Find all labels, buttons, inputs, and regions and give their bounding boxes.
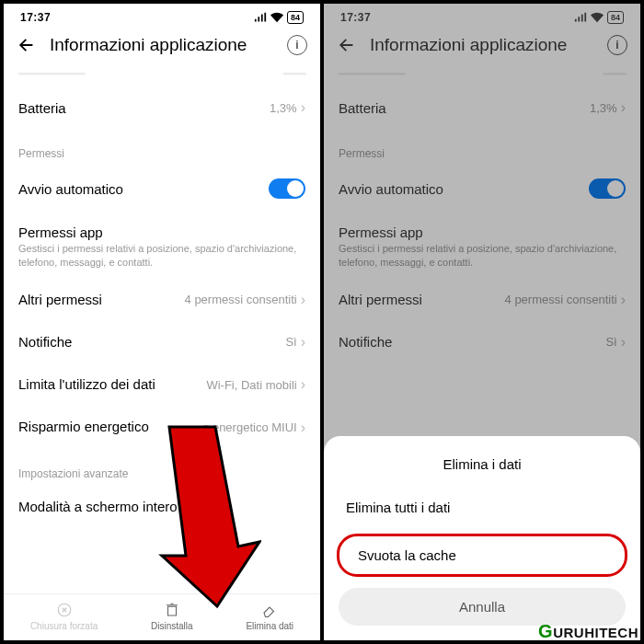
- risparmio-value: o energetico MIUI›: [202, 420, 305, 436]
- battery-row[interactable]: Batteria 1,3%›: [18, 86, 305, 129]
- notifiche-value: Sì›: [285, 334, 305, 351]
- autostart-row[interactable]: Avvio automatico: [18, 166, 305, 212]
- battery-label: Batteria: [18, 100, 66, 116]
- eraser-icon: [261, 602, 278, 618]
- schermo-row[interactable]: Modalità a schermo intero: [18, 486, 305, 527]
- close-circle-icon: [56, 602, 73, 618]
- risparmio-row[interactable]: Risparmio energetico o energetico MIUI›: [18, 406, 305, 449]
- permessi-section: Permessi: [18, 129, 305, 166]
- info-icon[interactable]: i: [287, 35, 307, 55]
- bottom-bar: Chiusura forzata Disinstalla Elimina dat…: [4, 593, 320, 640]
- autostart-label: Avvio automatico: [18, 181, 123, 197]
- risparmio-label: Risparmio energetico: [18, 419, 149, 436]
- force-close-button: Chiusura forzata: [30, 602, 98, 631]
- limita-row[interactable]: Limita l'utilizzo dei dati Wi-Fi, Dati m…: [18, 363, 305, 407]
- autostart-toggle[interactable]: [269, 178, 305, 199]
- uninstall-button[interactable]: Disinstalla: [151, 602, 193, 631]
- cutoff-row: ━━━━━━━━━━━━: [18, 66, 305, 86]
- altri-value: 4 permessi consentiti›: [185, 292, 305, 308]
- wifi-icon: [270, 12, 283, 23]
- notifiche-label: Notifiche: [18, 334, 72, 350]
- notifiche-row[interactable]: Notifiche Sì›: [18, 321, 305, 363]
- status-icons: 84: [254, 11, 304, 24]
- chevron-right-icon: ›: [301, 334, 305, 351]
- clear-cache-button[interactable]: Svuota la cache: [337, 534, 627, 577]
- watermark: GURUHITECH: [538, 621, 638, 642]
- phone-right: 17:37 84 Informazioni applicazione i ━━━…: [324, 4, 640, 640]
- altri-label: Altri permessi: [18, 292, 102, 307]
- delete-all-data-button[interactable]: Elimina tutti i dati: [324, 485, 640, 530]
- permessi-app-desc: Gestisci i permessi relativi a posizione…: [18, 242, 305, 270]
- permessi-app-label: Permessi app: [18, 224, 305, 240]
- chevron-right-icon: ›: [301, 420, 305, 436]
- trash-icon: [164, 602, 180, 618]
- schermo-label: Modalità a schermo intero: [18, 499, 178, 514]
- sheet-title: Elimina i dati: [324, 451, 640, 485]
- page-title: Informazioni applicazione: [50, 35, 274, 55]
- status-bar: 17:37 84: [4, 4, 320, 28]
- action-sheet: Elimina i dati Elimina tutti i dati Svuo…: [324, 436, 640, 640]
- content-area: ━━━━━━━━━━━━ Batteria 1,3%› Permessi Avv…: [4, 66, 320, 527]
- chevron-right-icon: ›: [301, 99, 305, 116]
- signal-icon: [254, 12, 267, 23]
- chevron-right-icon: ›: [301, 376, 305, 393]
- limita-value: Wi-Fi, Dati mobili›: [206, 376, 305, 393]
- limita-label: Limita l'utilizzo dei dati: [18, 376, 155, 394]
- back-icon[interactable]: [17, 35, 37, 55]
- altri-permessi-row[interactable]: Altri permessi 4 permessi consentiti›: [18, 279, 305, 321]
- status-time: 17:37: [20, 11, 51, 24]
- battery-value: 1,3%›: [270, 99, 305, 116]
- phone-left: 17:37 84 Informazioni applicazione i ━━━…: [4, 4, 324, 640]
- avanzate-section: Impostazioni avanzate: [18, 449, 305, 486]
- clear-data-button[interactable]: Elimina dati: [246, 602, 293, 631]
- title-bar: Informazioni applicazione i: [4, 28, 320, 66]
- battery-icon: 84: [287, 11, 304, 24]
- permessi-app-row[interactable]: Permessi app Gestisci i permessi relativ…: [18, 212, 305, 279]
- chevron-right-icon: ›: [301, 292, 305, 308]
- cancel-button[interactable]: Annulla: [339, 588, 626, 626]
